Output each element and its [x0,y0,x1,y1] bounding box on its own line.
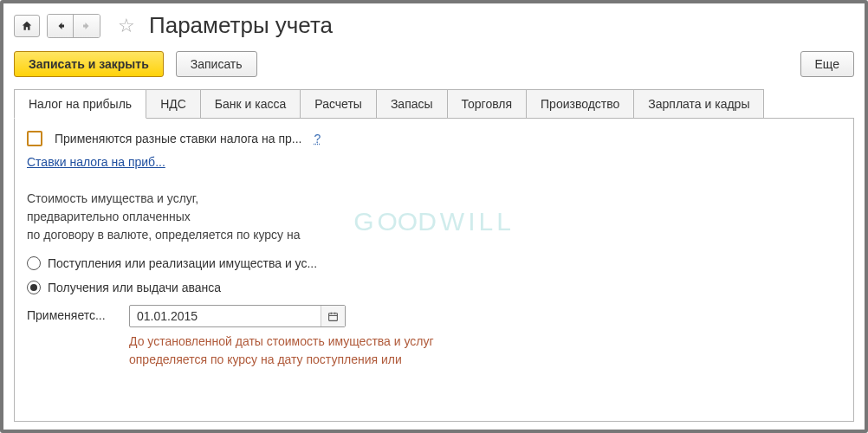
home-button[interactable] [14,15,40,37]
svg-rect-0 [329,313,338,320]
different-rates-label: Применяются разные ставки налога на пр..… [55,132,301,145]
radio-advance[interactable]: Получения или выдачи аванса [27,281,841,294]
back-button[interactable] [48,15,74,37]
tabs-bar: Налог на прибыль НДС Банк и касса Расчет… [14,89,854,119]
tab-settlements[interactable]: Расчеты [300,89,377,119]
tab-bank-cash[interactable]: Банк и касса [200,89,301,119]
more-button[interactable]: Еще [800,51,855,77]
tab-profit-tax[interactable]: Налог на прибыль [14,89,146,119]
save-button[interactable]: Записать [176,51,257,77]
radio-label: Поступления или реализации имущества и у… [48,256,317,270]
radio-label: Получения или выдачи аванса [48,281,221,294]
applies-from-label: Применяетс... [27,305,122,322]
tab-salary-hr[interactable]: Зарплата и кадры [633,89,764,119]
applies-from-input[interactable] [130,309,321,323]
calendar-button[interactable] [321,306,345,326]
different-rates-checkbox[interactable] [27,131,42,146]
tab-inventory[interactable]: Запасы [376,89,448,119]
favorite-star-icon[interactable]: ☆ [118,15,135,37]
tax-rates-link[interactable]: Ставки налога на приб... [27,155,165,169]
tab-panel: Применяются разные ставки налога на пр..… [14,118,854,422]
radio-icon [27,281,41,294]
help-icon[interactable]: ? [314,132,321,145]
tab-vat[interactable]: НДС [146,89,201,119]
tab-production[interactable]: Производство [526,89,634,119]
forward-button[interactable] [74,15,100,37]
page-title: Параметры учета [149,12,333,39]
applies-from-field [129,305,346,327]
tab-trade[interactable]: Торговля [447,89,527,119]
currency-info-text: Стоимость имущества и услуг, предварител… [27,190,841,244]
save-and-close-button[interactable]: Записать и закрыть [14,51,164,77]
radio-receipt-sale[interactable]: Поступления или реализации имущества и у… [27,256,841,270]
date-hint-text: До установленной даты стоимость имуществ… [129,333,434,369]
radio-icon [27,256,41,270]
nav-group [47,14,100,38]
